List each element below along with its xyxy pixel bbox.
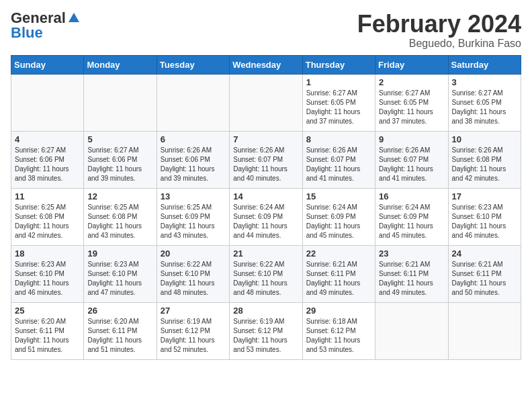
logo-general-text: General — [11, 11, 66, 26]
day-info: Sunrise: 6:27 AM Sunset: 6:05 PM Dayligh… — [379, 89, 444, 126]
day-info: Sunrise: 6:21 AM Sunset: 6:11 PM Dayligh… — [452, 260, 517, 298]
day-number: 19 — [87, 248, 152, 259]
calendar-cell — [11, 74, 84, 131]
day-number: 25 — [15, 306, 80, 316]
calendar-cell: 5Sunrise: 6:27 AM Sunset: 6:06 PM Daylig… — [84, 131, 157, 188]
logo-blue-text: Blue — [11, 26, 43, 40]
logo: General Blue — [11, 11, 81, 40]
day-info: Sunrise: 6:27 AM Sunset: 6:06 PM Dayligh… — [87, 146, 152, 183]
day-info: Sunrise: 6:18 AM Sunset: 6:12 PM Dayligh… — [306, 317, 371, 355]
calendar-cell: 20Sunrise: 6:22 AM Sunset: 6:10 PM Dayli… — [157, 245, 229, 302]
calendar-cell: 28Sunrise: 6:19 AM Sunset: 6:12 PM Dayli… — [230, 302, 302, 359]
day-number: 1 — [306, 77, 371, 87]
calendar-week: 25Sunrise: 6:20 AM Sunset: 6:11 PM Dayli… — [11, 302, 521, 359]
day-info: Sunrise: 6:25 AM Sunset: 6:08 PM Dayligh… — [15, 203, 80, 240]
day-number: 3 — [452, 77, 517, 87]
day-number: 8 — [306, 134, 371, 144]
day-number: 4 — [15, 134, 80, 144]
calendar-cell — [157, 74, 229, 131]
day-info: Sunrise: 6:26 AM Sunset: 6:07 PM Dayligh… — [233, 146, 298, 183]
day-number: 10 — [452, 134, 517, 144]
calendar-cell: 1Sunrise: 6:27 AM Sunset: 6:05 PM Daylig… — [302, 74, 375, 131]
day-info: Sunrise: 6:22 AM Sunset: 6:10 PM Dayligh… — [161, 260, 226, 298]
day-info: Sunrise: 6:25 AM Sunset: 6:08 PM Dayligh… — [87, 203, 152, 240]
day-number: 14 — [233, 191, 298, 201]
calendar-cell: 26Sunrise: 6:20 AM Sunset: 6:11 PM Dayli… — [84, 302, 157, 359]
day-info: Sunrise: 6:24 AM Sunset: 6:09 PM Dayligh… — [379, 203, 444, 240]
day-info: Sunrise: 6:23 AM Sunset: 6:10 PM Dayligh… — [15, 260, 80, 298]
calendar-cell: 12Sunrise: 6:25 AM Sunset: 6:08 PM Dayli… — [84, 188, 157, 245]
location: Beguedo, Burkina Faso — [357, 38, 521, 50]
day-number: 15 — [306, 191, 371, 201]
day-info: Sunrise: 6:19 AM Sunset: 6:12 PM Dayligh… — [233, 317, 298, 355]
day-number: 29 — [306, 306, 371, 316]
day-number: 2 — [379, 77, 444, 87]
calendar-cell: 21Sunrise: 6:22 AM Sunset: 6:10 PM Dayli… — [230, 245, 302, 302]
calendar-cell: 24Sunrise: 6:21 AM Sunset: 6:11 PM Dayli… — [448, 245, 521, 302]
calendar-cell: 22Sunrise: 6:21 AM Sunset: 6:11 PM Dayli… — [302, 245, 375, 302]
day-number: 6 — [161, 134, 226, 144]
weekday-header-friday: Friday — [375, 55, 448, 74]
day-number: 5 — [87, 134, 152, 144]
calendar-cell: 8Sunrise: 6:26 AM Sunset: 6:07 PM Daylig… — [302, 131, 375, 188]
day-number: 17 — [452, 191, 517, 201]
calendar-cell — [375, 302, 448, 359]
day-number: 22 — [306, 248, 371, 259]
day-number: 13 — [161, 191, 226, 201]
calendar-cell: 17Sunrise: 6:23 AM Sunset: 6:10 PM Dayli… — [448, 188, 521, 245]
day-number: 12 — [87, 191, 152, 201]
calendar-cell: 9Sunrise: 6:26 AM Sunset: 6:07 PM Daylig… — [375, 131, 448, 188]
calendar-header: SundayMondayTuesdayWednesdayThursdayFrid… — [11, 55, 521, 74]
calendar-week: 18Sunrise: 6:23 AM Sunset: 6:10 PM Dayli… — [11, 245, 521, 302]
day-info: Sunrise: 6:27 AM Sunset: 6:05 PM Dayligh… — [306, 89, 371, 126]
calendar-table: SundayMondayTuesdayWednesdayThursdayFrid… — [11, 55, 521, 360]
calendar-week: 11Sunrise: 6:25 AM Sunset: 6:08 PM Dayli… — [11, 188, 521, 245]
calendar-cell: 13Sunrise: 6:25 AM Sunset: 6:09 PM Dayli… — [157, 188, 229, 245]
day-number: 24 — [452, 248, 517, 259]
calendar-cell — [230, 74, 302, 131]
calendar-cell: 11Sunrise: 6:25 AM Sunset: 6:08 PM Dayli… — [11, 188, 84, 245]
day-info: Sunrise: 6:23 AM Sunset: 6:10 PM Dayligh… — [87, 260, 152, 298]
day-info: Sunrise: 6:26 AM Sunset: 6:07 PM Dayligh… — [379, 146, 444, 183]
calendar-cell: 6Sunrise: 6:26 AM Sunset: 6:06 PM Daylig… — [157, 131, 229, 188]
day-info: Sunrise: 6:24 AM Sunset: 6:09 PM Dayligh… — [233, 203, 298, 240]
weekday-header-thursday: Thursday — [302, 55, 375, 74]
title-block: February 2024 Beguedo, Burkina Faso — [357, 11, 521, 50]
day-info: Sunrise: 6:25 AM Sunset: 6:09 PM Dayligh… — [161, 203, 226, 240]
calendar-cell: 27Sunrise: 6:19 AM Sunset: 6:12 PM Dayli… — [157, 302, 229, 359]
day-info: Sunrise: 6:21 AM Sunset: 6:11 PM Dayligh… — [306, 260, 371, 298]
calendar-cell: 3Sunrise: 6:27 AM Sunset: 6:05 PM Daylig… — [448, 74, 521, 131]
month-title: February 2024 — [357, 11, 521, 38]
day-number: 11 — [15, 191, 80, 201]
calendar-cell: 4Sunrise: 6:27 AM Sunset: 6:06 PM Daylig… — [11, 131, 84, 188]
day-info: Sunrise: 6:22 AM Sunset: 6:10 PM Dayligh… — [233, 260, 298, 298]
day-number: 18 — [15, 248, 80, 259]
weekday-header-wednesday: Wednesday — [230, 55, 302, 74]
calendar-cell: 19Sunrise: 6:23 AM Sunset: 6:10 PM Dayli… — [84, 245, 157, 302]
weekday-header-tuesday: Tuesday — [157, 55, 229, 74]
logo-icon — [67, 11, 81, 25]
calendar-cell: 14Sunrise: 6:24 AM Sunset: 6:09 PM Dayli… — [230, 188, 302, 245]
day-info: Sunrise: 6:26 AM Sunset: 6:08 PM Dayligh… — [452, 146, 517, 183]
day-number: 20 — [161, 248, 226, 259]
day-number: 26 — [87, 306, 152, 316]
day-number: 21 — [233, 248, 298, 259]
calendar-cell: 23Sunrise: 6:21 AM Sunset: 6:11 PM Dayli… — [375, 245, 448, 302]
day-info: Sunrise: 6:20 AM Sunset: 6:11 PM Dayligh… — [87, 317, 152, 355]
day-number: 7 — [233, 134, 298, 144]
day-number: 9 — [379, 134, 444, 144]
day-info: Sunrise: 6:20 AM Sunset: 6:11 PM Dayligh… — [15, 317, 80, 355]
weekday-header-sunday: Sunday — [11, 55, 84, 74]
day-info: Sunrise: 6:19 AM Sunset: 6:12 PM Dayligh… — [161, 317, 226, 355]
calendar-cell: 29Sunrise: 6:18 AM Sunset: 6:12 PM Dayli… — [302, 302, 375, 359]
weekday-header-monday: Monday — [84, 55, 157, 74]
day-info: Sunrise: 6:23 AM Sunset: 6:10 PM Dayligh… — [452, 203, 517, 240]
day-info: Sunrise: 6:27 AM Sunset: 6:05 PM Dayligh… — [452, 89, 517, 126]
calendar-cell: 2Sunrise: 6:27 AM Sunset: 6:05 PM Daylig… — [375, 74, 448, 131]
day-info: Sunrise: 6:27 AM Sunset: 6:06 PM Dayligh… — [15, 146, 80, 183]
day-number: 27 — [161, 306, 226, 316]
day-info: Sunrise: 6:26 AM Sunset: 6:07 PM Dayligh… — [306, 146, 371, 183]
day-info: Sunrise: 6:21 AM Sunset: 6:11 PM Dayligh… — [379, 260, 444, 298]
calendar-cell — [448, 302, 521, 359]
calendar-cell: 18Sunrise: 6:23 AM Sunset: 6:10 PM Dayli… — [11, 245, 84, 302]
